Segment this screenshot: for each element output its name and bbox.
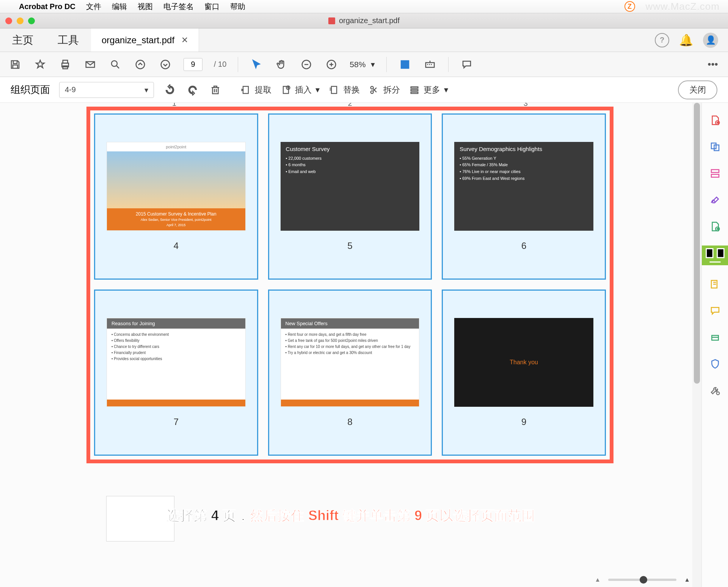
star-icon[interactable]	[33, 58, 47, 71]
app-name[interactable]: Acrobat Pro DC	[19, 2, 75, 11]
zoom-in-icon[interactable]	[325, 58, 338, 71]
menu-edit[interactable]: 编辑	[112, 2, 127, 12]
svg-rect-23	[711, 170, 719, 173]
right-sidebar	[701, 103, 728, 587]
zoom-window-icon[interactable]	[28, 17, 35, 24]
vertical-scrollbar[interactable]	[692, 103, 701, 587]
user-avatar-icon[interactable]: 👤	[703, 33, 718, 48]
pointer-icon[interactable]	[249, 58, 263, 71]
page-thumbnail-7[interactable]: Reasons for Joining • Concerns about the…	[94, 290, 258, 456]
svg-rect-19	[411, 92, 418, 93]
menu-esign[interactable]: 电子签名	[163, 2, 194, 12]
more-icon[interactable]: •••	[706, 58, 720, 71]
fit-page-icon[interactable]	[398, 58, 412, 71]
minimize-window-icon[interactable]	[17, 17, 24, 24]
comment-tool-icon[interactable]	[708, 277, 723, 292]
thumbnail-number: 6	[521, 241, 526, 251]
menu-view[interactable]: 视图	[138, 2, 153, 12]
tab-active[interactable]: organize_start.pdf ✕	[91, 28, 199, 52]
tab-row: 主页 工具 organize_start.pdf ✕ ? 🔔 👤	[0, 28, 728, 52]
hand-icon[interactable]	[275, 58, 288, 71]
speech-icon[interactable]	[708, 303, 723, 318]
help-icon[interactable]: ?	[655, 33, 669, 47]
page-thumbnail-8[interactable]: New Special Offers • Rent four or more d…	[268, 290, 432, 456]
edit-pdf-icon[interactable]	[708, 166, 723, 181]
chevron-down-icon: ▾	[144, 85, 148, 94]
sign-icon[interactable]	[708, 192, 723, 208]
svg-rect-27	[717, 249, 724, 258]
zoom-slider[interactable]	[608, 579, 676, 581]
page-up-icon[interactable]	[133, 58, 147, 71]
instruction-caption: 选择第 4 页，然后按住 Shift 键并单击第 9 页以选择页面范围	[166, 507, 535, 525]
extract-button[interactable]: 提取	[240, 84, 271, 96]
create-pdf-icon[interactable]	[708, 113, 723, 128]
menu-file[interactable]: 文件	[86, 2, 101, 12]
comment-icon[interactable]	[460, 58, 474, 71]
page-thumbnail-6[interactable]: Survey Demographics Highlights • 55% Gen…	[442, 113, 606, 280]
thumbnails-panel: 1 2 3 point2point 2015 Customer Survey &…	[0, 103, 701, 587]
tab-tools[interactable]: 工具	[46, 28, 91, 52]
thumbnail-number: 8	[347, 417, 352, 427]
organize-pages-icon[interactable]	[702, 246, 728, 265]
svg-rect-18	[411, 89, 418, 91]
slide-content: Thank you	[454, 318, 593, 407]
thumbnails-grid: point2point 2015 Customer Survey & Incen…	[94, 113, 606, 456]
slide-content: New Special Offers • Rent four or more d…	[281, 318, 420, 407]
pdf-icon	[328, 17, 335, 24]
tab-home[interactable]: 主页	[0, 28, 46, 52]
slide-content: Survey Demographics Highlights • 55% Gen…	[454, 142, 593, 231]
bell-icon[interactable]: 🔔	[679, 33, 693, 47]
document-title-text: organize_start.pdf	[339, 16, 400, 25]
slide-content: Customer Survey • 22,000 customers• 6 mo…	[281, 142, 420, 231]
svg-rect-1	[63, 60, 68, 63]
tab-close-icon[interactable]: ✕	[181, 35, 188, 45]
page-thumbnail-9[interactable]: Thank you 9	[442, 290, 606, 456]
keyboard-icon[interactable]	[423, 58, 437, 71]
save-icon[interactable]	[8, 58, 22, 71]
zoom-large-icon[interactable]: ▲	[684, 576, 690, 583]
watermark-text: www.MacZ.com	[646, 1, 720, 13]
menu-help[interactable]: 帮助	[230, 2, 245, 12]
scan-icon[interactable]	[708, 330, 723, 345]
search-icon[interactable]	[108, 58, 122, 71]
mac-menubar: Acrobat Pro DC 文件 编辑 视图 电子签名 窗口 帮助 Z www…	[0, 0, 728, 13]
protect-icon[interactable]	[708, 356, 723, 371]
svg-point-4	[111, 61, 117, 66]
tools-wrench-icon[interactable]	[708, 383, 723, 398]
thumbnail-number: 9	[521, 417, 526, 427]
slide-content: point2point 2015 Customer Survey & Incen…	[107, 142, 246, 231]
export-pdf-icon[interactable]	[708, 219, 723, 234]
page-down-icon[interactable]	[158, 58, 172, 71]
rotate-right-icon[interactable]	[186, 83, 199, 97]
z-badge-icon: Z	[624, 1, 635, 12]
rotate-left-icon[interactable]	[163, 83, 177, 97]
svg-rect-14	[331, 86, 337, 93]
mail-icon[interactable]	[83, 58, 97, 71]
menu-window[interactable]: 窗口	[204, 2, 220, 12]
page-thumbnail-5[interactable]: Customer Survey • 22,000 customers• 6 mo…	[268, 113, 432, 280]
zoom-small-icon[interactable]: ▲	[595, 576, 601, 583]
page-thumbnail-4[interactable]: point2point 2015 Customer Survey & Incen…	[94, 113, 258, 280]
page-10-thumbnail[interactable]	[106, 496, 174, 541]
close-button[interactable]: 关闭	[678, 80, 717, 99]
delete-icon[interactable]	[209, 83, 222, 97]
thumbnail-number: 7	[174, 417, 179, 427]
thumbnail-number: 5	[347, 241, 352, 251]
close-window-icon[interactable]	[5, 17, 12, 24]
split-button[interactable]: 拆分	[369, 84, 400, 96]
main-toolbar: / 10 58% ▾ •••	[0, 52, 728, 77]
combine-files-icon[interactable]	[708, 139, 723, 154]
svg-rect-26	[706, 249, 713, 258]
page-total-label: / 10	[214, 60, 226, 69]
insert-button[interactable]: 插入▾	[281, 84, 320, 96]
zoom-dropdown[interactable]: 58% ▾	[350, 60, 375, 69]
more-button[interactable]: 更多▾	[409, 84, 448, 96]
chevron-down-icon: ▾	[371, 60, 375, 69]
page-number-input[interactable]	[184, 58, 202, 71]
replace-button[interactable]: 替换	[329, 84, 360, 96]
traffic-lights	[5, 17, 35, 24]
main-area: 1 2 3 point2point 2015 Customer Survey &…	[0, 103, 728, 587]
page-range-select[interactable]: 4-9▾	[59, 82, 154, 98]
zoom-out-icon[interactable]	[300, 58, 313, 71]
print-icon[interactable]	[58, 58, 72, 71]
